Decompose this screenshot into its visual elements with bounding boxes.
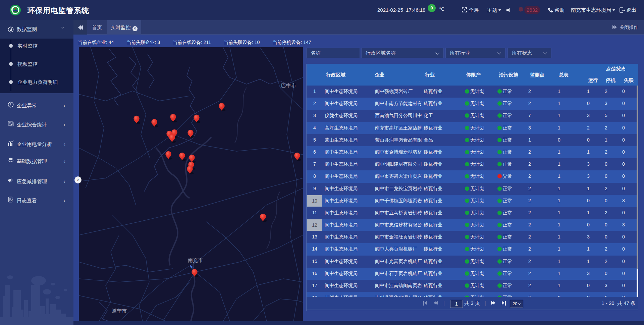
svg-text:巴中市: 巴中市	[281, 83, 296, 88]
svg-text:遂宁市: 遂宁市	[112, 308, 127, 314]
svg-text:南充市: 南充市	[188, 257, 203, 263]
